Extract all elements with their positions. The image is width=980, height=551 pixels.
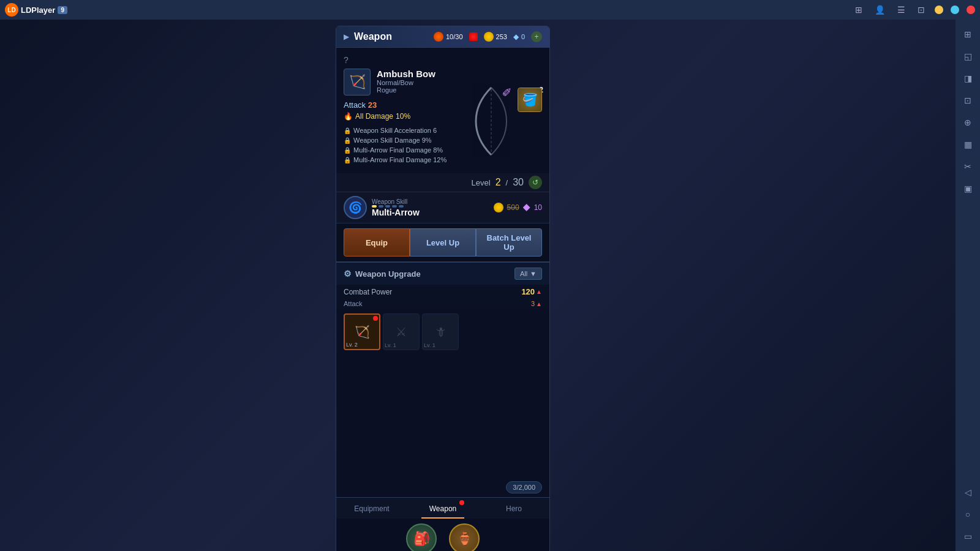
skill-dot-5 (399, 205, 404, 208)
bottom-tabs: Equipment Weapon Hero (336, 497, 549, 519)
sidebar-icon-4[interactable]: ⊡ (958, 91, 978, 110)
filter-label: All (520, 270, 527, 277)
slot-1-dot (373, 316, 378, 321)
skill-row: 🌀 Weapon Skill Multi-Arrow 500 10 (336, 192, 549, 223)
slot-3-icon: 🗡 (434, 325, 447, 339)
dmg-fire-icon: 🔥 (344, 112, 353, 121)
weapon-slot-1[interactable]: 🏹 Lv. 2 (344, 313, 380, 350)
skill-info: Weapon Skill Multi-Arrow (372, 198, 489, 217)
sidebar-icon-bottom1[interactable]: ◁ (958, 482, 978, 502)
sidebar-icon-6[interactable]: ▦ (958, 135, 978, 154)
cost-coin-icon (494, 203, 503, 212)
logo-icon: LD (5, 3, 18, 17)
cost-gem-icon (523, 204, 530, 211)
weapon-name: Ambush Bow (377, 69, 435, 79)
sidebar-icon-7[interactable]: ✂ (958, 157, 978, 176)
bottom-nav: 🎒 Inventory 🏺 (336, 519, 549, 551)
diamond-stat: ◆ 0 (513, 32, 525, 41)
filter-chevron-icon: ▼ (530, 270, 537, 277)
panel-header: ▶ Weapon 10/30 253 ◆ 0 + (336, 26, 549, 48)
slot-2-icon: ⚔ (396, 324, 407, 339)
app-title: LDPlayer (21, 6, 55, 15)
weapon-info: ? ✏ 2 🪣 🏹 Ambush Bow Normal/Bow Rogue At… (336, 48, 549, 173)
tab-weapon[interactable]: Weapon (407, 498, 478, 519)
tab-hero[interactable]: Hero (478, 498, 549, 519)
cost-row: 500 10 (494, 203, 542, 212)
help-icon[interactable]: ? (344, 55, 542, 65)
skill-dot-1 (372, 205, 377, 208)
coin-stat: 253 (484, 32, 507, 42)
equip-button[interactable]: Equip (344, 228, 410, 257)
sidebar-icon-5[interactable]: ⊕ (958, 113, 978, 132)
coin-val: 253 (496, 33, 507, 40)
sidebar-icon-1[interactable]: ⊞ (958, 24, 978, 44)
expand-btn[interactable]: ⊡ (915, 4, 927, 16)
attack-val: 23 (368, 100, 377, 110)
sidebar-icon-bottom3[interactable]: ▭ (958, 527, 978, 546)
stat-text-4: Multi-Arrow Final Damage 12% (353, 156, 447, 163)
weapon-slot-3[interactable]: 🗡 Lv. 1 (422, 313, 459, 350)
chest-icon[interactable]: 🪣 (518, 88, 542, 112)
level-current: 2 (496, 177, 501, 188)
tab-weapon-dot (459, 500, 464, 505)
tab-equipment-label: Equipment (354, 504, 389, 513)
level-slash: / (506, 178, 508, 187)
maximize-btn[interactable]: □ (951, 6, 959, 14)
tab-weapon-label: Weapon (429, 504, 456, 513)
coin-icon (484, 32, 494, 42)
cost-coin-val: 500 (507, 203, 519, 212)
combat-power-label: Combat Power (344, 288, 392, 296)
bow-image (470, 84, 519, 164)
taskbar: LD LDPlayer 9 ⊞ 👤 ☰ ⊡ — □ ✕ (0, 0, 980, 20)
nav-inventory[interactable]: 🎒 Inventory (406, 523, 437, 551)
empty-weapon-area (336, 355, 549, 478)
level-max: 30 (513, 177, 524, 188)
upgrade-title: ⚙ Weapon Upgrade (344, 269, 421, 279)
add-currency-btn[interactable]: + (531, 31, 542, 42)
filter-button[interactable]: All ▼ (514, 268, 542, 280)
refresh-btn[interactable]: ↺ (529, 176, 542, 189)
sidebar-icon-bottom2[interactable]: ○ (958, 504, 978, 524)
level-up-button[interactable]: Level Up (410, 228, 476, 257)
attack-row2: Attack 3 ▲ (336, 299, 549, 309)
gem-icon (469, 32, 478, 41)
weapon-text: Ambush Bow Normal/Bow Rogue (377, 69, 435, 94)
version-badge: 9 (58, 6, 67, 14)
atk-val: 3 ▲ (531, 300, 542, 307)
right-sidebar: ⊞ ◱ ◨ ⊡ ⊕ ▦ ✂ ▣ ◁ ○ ▭ (956, 20, 980, 551)
skill-name: Multi-Arrow (372, 208, 489, 217)
diamond-val: 0 (521, 33, 525, 40)
menu-btn[interactable]: ☰ (895, 4, 908, 16)
nav-second[interactable]: 🏺 (449, 523, 480, 551)
person-btn[interactable]: 👤 (872, 4, 888, 16)
atk-label: Attack (344, 300, 363, 307)
level-label: Level (472, 178, 491, 187)
stat-text-3: Multi-Arrow Final Damage 8% (353, 146, 443, 154)
batch-level-button[interactable]: Batch Level Up (476, 228, 542, 257)
skill-icon: 🌀 (344, 196, 367, 219)
tab-equipment[interactable]: Equipment (336, 498, 407, 519)
nav-inventory-icon: 🎒 (406, 523, 437, 551)
panel-title: Weapon (354, 31, 392, 42)
close-btn[interactable]: ✕ (967, 6, 975, 14)
upgrade-section: ⚙ Weapon Upgrade All ▼ Combat Power 120 … (336, 261, 549, 551)
fire-stat: 10/30 (434, 32, 463, 42)
grid-btn[interactable]: ⊞ (853, 4, 865, 16)
skill-label: Weapon Skill (372, 198, 489, 205)
slot-1-icon: 🏹 (355, 324, 370, 339)
weapon-slots: 🏹 Lv. 2 ⚔ Lv. 1 🗡 Lv. 1 (336, 309, 549, 355)
item-counter: 3/2,000 (336, 478, 549, 497)
fire-val: 10/30 (446, 33, 463, 40)
stat-text-1: Weapon Skill Acceleration 6 (353, 127, 437, 134)
tab-hero-label: Hero (506, 504, 522, 513)
minimize-btn[interactable]: — (935, 6, 943, 14)
skill-dot-2 (379, 205, 383, 208)
weapon-slot-2[interactable]: ⚔ Lv. 1 (383, 313, 420, 350)
slot-3-level: Lv. 1 (424, 342, 435, 348)
sidebar-icon-8[interactable]: ▣ (958, 179, 978, 198)
upgrade-header: ⚙ Weapon Upgrade All ▼ (336, 263, 549, 285)
sidebar-icon-3[interactable]: ◨ (958, 69, 978, 88)
up-arrow-icon: ▲ (536, 288, 542, 295)
dmg-val: 10% (396, 112, 410, 121)
sidebar-icon-2[interactable]: ◱ (958, 47, 978, 66)
